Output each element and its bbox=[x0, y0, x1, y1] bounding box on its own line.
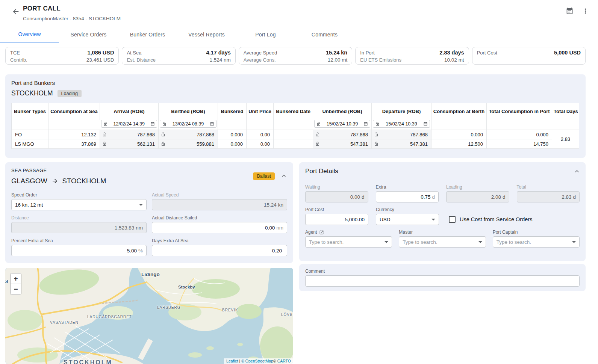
unlock-icon[interactable] bbox=[374, 142, 378, 146]
percent-extra-at-sea-input[interactable]: 5.00 % bbox=[11, 245, 147, 256]
speed-order-label: Speed Order bbox=[11, 192, 147, 198]
days-extra-value: 0.20 bbox=[272, 248, 282, 254]
arrival-rob-value: 787.868 bbox=[137, 132, 155, 137]
ballast-badge: Ballast bbox=[253, 172, 275, 180]
col-header-unberthed-rob: Unberthed (ROB) bbox=[313, 103, 372, 120]
map-zoom-out-button[interactable]: − bbox=[11, 284, 21, 295]
unlock-icon[interactable] bbox=[102, 132, 107, 137]
page-subtitle: ConsumptionMaster - 8354 - STOCKHOLM bbox=[23, 16, 121, 21]
carto-link[interactable]: CARTO bbox=[277, 359, 291, 363]
unit-price-cell[interactable]: 0.00 bbox=[247, 139, 274, 149]
unit-price-cell[interactable]: 0.00 bbox=[247, 130, 274, 139]
extra-input[interactable]: 0.75 d bbox=[376, 191, 439, 202]
agent-placeholder: Type to search. bbox=[309, 239, 344, 245]
route: GLASGOW STOCKHOLM bbox=[11, 177, 287, 185]
stat-sublabel: EU ETS Emissions bbox=[360, 56, 401, 63]
calendar-icon[interactable] bbox=[150, 122, 155, 126]
port-captain-search-select[interactable]: Type to search. bbox=[493, 236, 580, 248]
tab-port-log[interactable]: Port Log bbox=[236, 26, 295, 42]
actual-speed-unit: kn bbox=[278, 202, 283, 208]
dropdown-arrow-icon bbox=[572, 241, 576, 243]
unlock-icon[interactable] bbox=[315, 132, 320, 137]
unlock-icon[interactable] bbox=[375, 122, 380, 126]
master-label: Master bbox=[399, 230, 486, 235]
currency-label: Currency bbox=[376, 207, 439, 212]
unlock-icon[interactable] bbox=[161, 142, 165, 146]
port-call-page: PORT CALL ConsumptionMaster - 8354 - STO… bbox=[0, 0, 598, 364]
stat-card-at-sea: At Sea4.17 days Est. Distance1,524 nm bbox=[122, 47, 235, 65]
more-options-button[interactable] bbox=[581, 7, 590, 16]
collapse-sea-passage-button[interactable] bbox=[280, 172, 288, 180]
calendar-icon[interactable] bbox=[210, 122, 214, 126]
unlock-icon[interactable] bbox=[162, 122, 167, 126]
external-link-icon[interactable] bbox=[319, 230, 324, 235]
arrival-date-picker[interactable]: 12/02/24 14:39 bbox=[101, 120, 157, 128]
collapse-port-details-button[interactable] bbox=[573, 168, 581, 176]
unlock-icon[interactable] bbox=[102, 142, 107, 146]
map-zoom-in-button[interactable]: + bbox=[11, 273, 21, 284]
leaflet-link[interactable]: Leaflet bbox=[226, 359, 238, 363]
comment-card: Comment bbox=[299, 264, 586, 291]
schedule-button[interactable] bbox=[565, 7, 574, 16]
unberthed-date-cell: 15/02/24 10:39 bbox=[313, 120, 372, 130]
bunkered-cell[interactable]: 0.000 bbox=[218, 130, 247, 139]
comment-input[interactable] bbox=[305, 275, 580, 287]
stat-value: 5,000 USD bbox=[554, 49, 581, 56]
col-header-bunkered-date: Bunkered Date bbox=[274, 103, 313, 130]
days-extra-at-sea-input[interactable]: 0.20 bbox=[152, 245, 287, 256]
page-header: PORT CALL ConsumptionMaster - 8354 - STO… bbox=[0, 0, 598, 26]
actual-distance-sailed-input[interactable]: 0.00 nm bbox=[152, 222, 287, 233]
port-and-bunkers-title: Port and Bunkers bbox=[11, 80, 580, 86]
extra-value: 0.75 bbox=[421, 194, 430, 200]
stat-label: At Sea bbox=[127, 49, 141, 56]
tab-comments[interactable]: Comments bbox=[295, 26, 354, 42]
berthed-rob-value: 559.881 bbox=[197, 141, 214, 147]
unlock-icon[interactable] bbox=[315, 142, 320, 146]
map-label-brevik: BREVIK bbox=[222, 308, 238, 312]
unlock-icon[interactable] bbox=[316, 122, 321, 126]
berthed-rob-value: 787.868 bbox=[197, 132, 214, 137]
attribution-separator: | bbox=[238, 359, 242, 363]
unberthed-date-picker[interactable]: 15/02/24 10:39 bbox=[314, 120, 370, 128]
tab-overview[interactable]: Overview bbox=[0, 26, 59, 42]
tab-vessel-reports[interactable]: Vessel Reports bbox=[177, 26, 236, 42]
map-label-ladugardsgardet: LADUGÅRDSGÄRDET bbox=[87, 315, 132, 319]
port-captain-label: Port Captain bbox=[493, 230, 580, 235]
unlock-icon[interactable] bbox=[161, 132, 165, 137]
currency-select[interactable]: USD bbox=[376, 214, 439, 225]
attribution-separator: © bbox=[273, 359, 277, 363]
unlock-icon[interactable] bbox=[103, 122, 108, 126]
unlock-icon[interactable] bbox=[374, 132, 378, 137]
speed-order-select[interactable]: 16 kn, 12 mt bbox=[11, 199, 147, 210]
unberthed-rob-cell: 547.381 bbox=[313, 139, 372, 149]
distance-value: 1,523.83 bbox=[115, 225, 135, 231]
openstreetmap-link[interactable]: © OpenStreetMap bbox=[241, 359, 273, 363]
tab-service-orders[interactable]: Service Orders bbox=[59, 26, 118, 42]
stat-card-average-speed: Average Speed15.24 kn Average Cons.12.00… bbox=[239, 47, 352, 65]
event-note-icon bbox=[566, 7, 574, 15]
tab-bunker-orders[interactable]: Bunker Orders bbox=[118, 26, 177, 42]
berthed-date-picker[interactable]: 13/02/24 08:39 bbox=[160, 120, 216, 128]
loading-label: Loading bbox=[446, 184, 509, 190]
calendar-icon[interactable] bbox=[423, 122, 428, 126]
route-origin: GLASGOW bbox=[11, 177, 47, 185]
departure-date-cell: 15/02/24 10:39 bbox=[372, 120, 431, 130]
arrival-date-cell: 12/02/24 14:39 bbox=[100, 120, 159, 130]
stat-label: TCE bbox=[10, 49, 20, 56]
port-cost-input[interactable]: 5,000.00 bbox=[305, 214, 368, 225]
route-destination: STOCKHOLM bbox=[62, 177, 106, 185]
master-search-select[interactable]: Type to search. bbox=[399, 236, 486, 248]
stat-value: 2.83 days bbox=[439, 49, 464, 56]
bunkered-cell[interactable]: 0.000 bbox=[218, 139, 247, 149]
departure-date-picker[interactable]: 15/02/24 10:39 bbox=[373, 120, 430, 128]
bunkered-date-cell[interactable] bbox=[274, 139, 313, 149]
tab-bar: Overview Service Orders Bunker Orders Ve… bbox=[0, 26, 598, 42]
map[interactable]: Lidingö Stockby LARSBERG BREVIK LÖVBERG … bbox=[5, 268, 293, 364]
back-button[interactable] bbox=[11, 8, 20, 17]
use-cost-checkbox[interactable] bbox=[449, 216, 456, 223]
bunkered-date-cell[interactable] bbox=[274, 130, 313, 139]
agent-search-select[interactable]: Type to search. bbox=[305, 236, 392, 248]
actual-speed-label: Actual Speed bbox=[152, 192, 287, 198]
port-cost-label: Port Cost bbox=[305, 207, 368, 212]
calendar-icon[interactable] bbox=[363, 122, 368, 126]
